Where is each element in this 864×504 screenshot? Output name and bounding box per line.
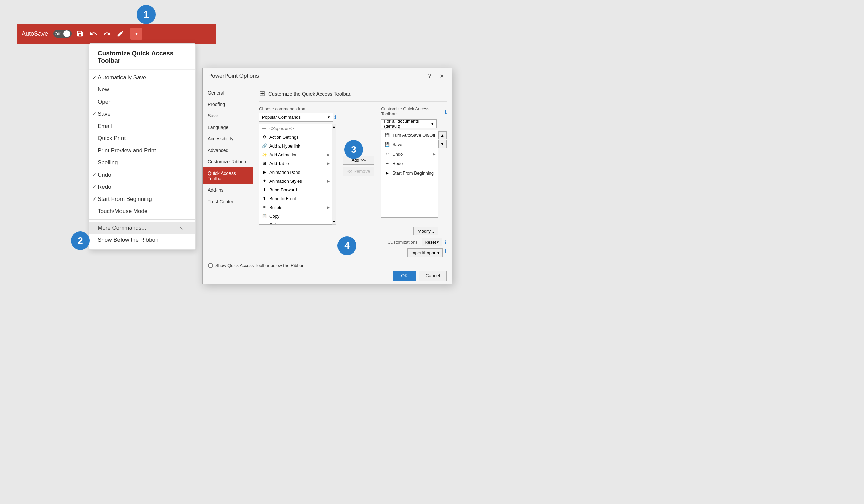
add-table-icon: ⊞ — [261, 160, 267, 166]
menu-item-print-preview[interactable]: Print Preview and Print — [89, 144, 195, 157]
command-bring-forward[interactable]: ⬆ Bring Forward — [259, 185, 332, 194]
sidebar-item-quick-access-toolbar[interactable]: Quick Access Toolbar — [203, 167, 253, 184]
command-bring-to-front[interactable]: ⬆ Bring to Front — [259, 194, 332, 203]
undo-sub-arrow: ▶ — [433, 152, 435, 156]
qat-list[interactable]: 💾 Turn AutoSave On/Off 💾 Save ↩ Undo ▶ — [381, 130, 439, 218]
dialog-sidebar: General Proofing Save Language Accessibi… — [203, 84, 253, 260]
reset-info-icon[interactable]: ℹ — [445, 240, 446, 245]
qat-item-save[interactable]: 💾 Save — [381, 140, 438, 149]
toggle-knob — [63, 31, 70, 37]
choose-commands-info[interactable]: ℹ — [335, 115, 336, 120]
sidebar-item-add-ins[interactable]: Add-ins — [203, 184, 253, 196]
redo-icon[interactable] — [102, 29, 112, 39]
command-animation-styles[interactable]: ★ Animation Styles ▶ — [259, 177, 332, 185]
autosave-toggle[interactable]: Off — [53, 30, 72, 38]
save-icon[interactable] — [75, 29, 85, 39]
commands-section: Choose commands from: Popular Commands ▾… — [259, 106, 446, 225]
bullets-expand: ▶ — [327, 205, 330, 209]
menu-item-open[interactable]: Open — [89, 96, 195, 108]
undo-icon[interactable] — [88, 29, 98, 39]
format-icon[interactable] — [116, 29, 125, 39]
sidebar-item-language[interactable]: Language — [203, 121, 253, 133]
menu-item-more-commands[interactable]: More Commands... ↖ — [89, 222, 195, 234]
menu-item-quick-print[interactable]: Quick Print — [89, 132, 195, 144]
menu-item-email[interactable]: Email — [89, 120, 195, 132]
sidebar-item-advanced[interactable]: Advanced — [203, 144, 253, 156]
add-remove-col: Add >> << Remove — [341, 106, 376, 225]
qat-item-redo[interactable]: ↪ Redo — [381, 159, 438, 168]
sidebar-item-trust-center[interactable]: Trust Center — [203, 196, 253, 207]
dialog-help-button[interactable]: ? — [425, 71, 434, 81]
import-export-button[interactable]: Import/Export ▾ — [407, 249, 443, 257]
command-action-settings[interactable]: ⚙ Action Settings — [259, 133, 332, 142]
dropdown-title: Customize Quick Access Toolbar — [89, 47, 195, 70]
commands-scrollbar[interactable]: ▲ ▼ — [332, 123, 336, 225]
dialog-footer: Show Quick Access Toolbar below the Ribb… — [203, 260, 452, 284]
qat-col: Customize Quick Access Toolbar: ℹ For al… — [381, 106, 446, 225]
dialog-controls: ? ✕ — [425, 71, 446, 81]
command-add-animation[interactable]: ✨ Add Animation ▶ — [259, 150, 332, 159]
menu-item-spelling[interactable]: Spelling — [89, 157, 195, 169]
sidebar-item-accessibility[interactable]: Accessibility — [203, 133, 253, 144]
step-bubble-1: 1 — [137, 5, 156, 24]
step-bubble-4: 4 — [337, 236, 357, 255]
dialog-header: ⊞ Customize the Quick Access Toolbar. — [259, 89, 446, 101]
modify-button[interactable]: Modify... — [413, 227, 439, 235]
dialog-header-text: Customize the Quick Access Toolbar. — [268, 91, 352, 97]
remove-button[interactable]: << Remove — [343, 167, 374, 176]
redo-qat-icon: ↪ — [384, 160, 390, 166]
menu-item-save[interactable]: Save — [89, 108, 195, 120]
reset-button[interactable]: Reset ▾ — [421, 238, 442, 247]
step-bubble-2: 2 — [71, 231, 90, 250]
choose-commands-select[interactable]: Popular Commands ▾ — [259, 113, 333, 121]
customize-qat-dropdown: Customize Quick Access Toolbar Automatic… — [89, 43, 196, 250]
qat-scope-select[interactable]: For all documents (default) ▾ — [381, 119, 437, 128]
ok-button[interactable]: OK — [393, 271, 416, 281]
move-up-button[interactable]: ▲ — [439, 131, 446, 140]
show-below-ribbon-checkbox[interactable] — [208, 263, 213, 268]
command-cut[interactable]: ✂ Cut — [259, 220, 332, 225]
command-add-hyperlink[interactable]: 🔗 Add a Hyperlink — [259, 142, 332, 150]
add-table-expand: ▶ — [327, 161, 330, 166]
add-hyperlink-icon: 🔗 — [261, 143, 267, 149]
command-separator[interactable]: — <Separator> — [259, 124, 332, 133]
show-below-ribbon-row: Show Quick Access Toolbar below the Ribb… — [208, 263, 446, 268]
qat-item-autosave[interactable]: 💾 Turn AutoSave On/Off — [381, 130, 438, 140]
menu-item-redo[interactable]: Redo — [89, 181, 195, 193]
command-copy[interactable]: 📋 Copy — [259, 212, 332, 220]
menu-item-touch-mouse[interactable]: Touch/Mouse Mode — [89, 205, 195, 217]
move-down-button[interactable]: ▼ — [439, 140, 446, 148]
menu-item-new[interactable]: New — [89, 84, 195, 96]
step-bubble-3: 3 — [344, 140, 363, 159]
animation-styles-expand: ▶ — [327, 179, 330, 183]
qat-item-start-from-beginning[interactable]: ▶ Start From Beginning — [381, 168, 438, 178]
choose-commands-col: Choose commands from: Popular Commands ▾… — [259, 106, 336, 225]
menu-item-undo[interactable]: Undo — [89, 169, 195, 181]
copy-icon: 📋 — [261, 213, 267, 219]
qat-item-undo[interactable]: ↩ Undo ▶ — [381, 149, 438, 159]
command-add-table[interactable]: ⊞ Add Table ▶ — [259, 159, 332, 168]
ok-cancel-row: OK Cancel — [208, 271, 446, 281]
customize-qat-button[interactable]: ▾ — [130, 28, 142, 40]
import-export-info-icon[interactable]: ℹ — [445, 249, 446, 257]
dialog-body: General Proofing Save Language Accessibi… — [203, 84, 452, 260]
show-below-ribbon-label: Show Quick Access Toolbar below the Ribb… — [215, 263, 304, 268]
dialog-main: ⊞ Customize the Quick Access Toolbar. Ch… — [253, 84, 452, 260]
dialog-close-button[interactable]: ✕ — [437, 71, 446, 81]
command-bullets[interactable]: ≡ Bullets ▶ — [259, 203, 332, 212]
bullets-icon: ≡ — [261, 204, 267, 210]
qat-info-icon[interactable]: ℹ — [445, 109, 446, 115]
menu-item-show-below[interactable]: Show Below the Ribbon — [89, 234, 195, 246]
sidebar-item-save[interactable]: Save — [203, 110, 253, 121]
qat-header-icon: ⊞ — [259, 89, 265, 98]
menu-item-auto-save[interactable]: Automatically Save — [89, 72, 195, 84]
menu-item-start-from-beginning[interactable]: Start From Beginning — [89, 193, 195, 205]
commands-list[interactable]: — <Separator> ⚙ Action Settings 🔗 Add a … — [259, 123, 332, 225]
command-animation-pane[interactable]: ▶ Animation Pane — [259, 168, 332, 177]
sidebar-item-customize-ribbon[interactable]: Customize Ribbon — [203, 156, 253, 167]
cancel-button[interactable]: Cancel — [419, 271, 446, 281]
sidebar-item-proofing[interactable]: Proofing — [203, 99, 253, 110]
sidebar-item-general[interactable]: General — [203, 87, 253, 99]
animation-pane-icon: ▶ — [261, 169, 267, 175]
dialog-titlebar: PowerPoint Options ? ✕ — [203, 68, 452, 84]
